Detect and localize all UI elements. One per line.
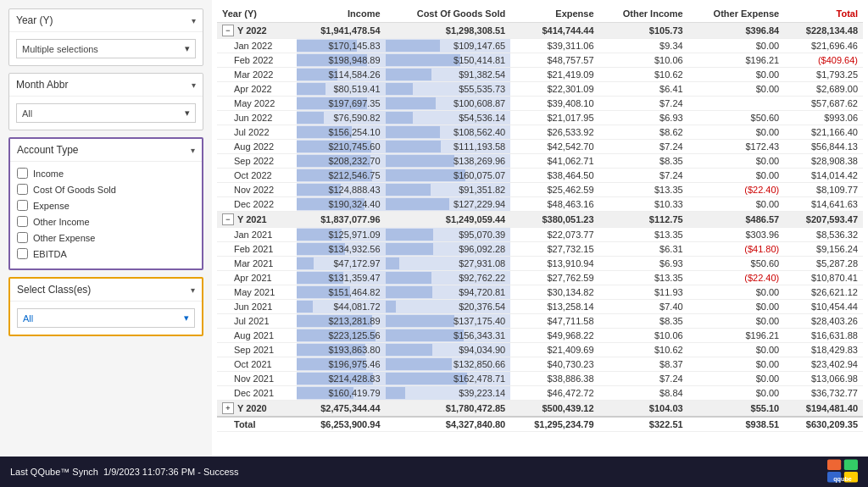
account-type-filter-box: Account Type ▾ Income Cost Of Goods Sold… <box>8 137 203 270</box>
month-filter-header[interactable]: Month Abbr ▾ <box>9 74 203 96</box>
table-row: Dec 2022$190,324.40$127,229.94$48,463.16… <box>217 197 863 212</box>
month-filter-content: All ▾ <box>9 96 203 130</box>
table-row: Nov 2022$124,888.43$91,351.82$25,462.59$… <box>217 183 863 197</box>
table-row: Jun 2022$76,590.82$54,536.14$21,017.95$6… <box>217 111 863 125</box>
account-type-cogs-label: Cost Of Goods Sold <box>33 185 116 195</box>
account-type-other-income-label: Other Income <box>33 217 90 227</box>
col-other-income: Other Income <box>599 5 688 23</box>
account-type-income-item[interactable]: Income <box>17 165 195 181</box>
table-row: Aug 2022$210,745.60$111,193.58$42,542.70… <box>217 140 863 154</box>
table-row: Feb 2021$134,932.56$96,092.28$27,732.15$… <box>217 242 863 257</box>
year-filter-label: Year (Y) <box>16 14 53 26</box>
svg-text:qqube: qqube <box>833 475 852 483</box>
account-type-chevron-icon: ▾ <box>191 146 195 155</box>
table-area: Year (Y) Income Cost Of Goods Sold Expen… <box>212 0 868 457</box>
account-type-ebitda-label: EBITDA <box>33 249 67 259</box>
col-total: Total <box>784 5 863 23</box>
account-type-other-expense-checkbox[interactable] <box>17 232 28 243</box>
month-select-display[interactable]: All ▾ <box>16 103 196 123</box>
account-type-filter-header[interactable]: Account Type ▾ <box>10 139 202 161</box>
table-row: Oct 2021$196,975.46$132,850.66$40,730.23… <box>217 357 863 372</box>
account-type-expense-item[interactable]: Expense <box>17 197 195 213</box>
data-table: Year (Y) Income Cost Of Goods Sold Expen… <box>217 5 863 432</box>
account-type-other-income-checkbox[interactable] <box>17 216 28 227</box>
classes-value: All <box>23 313 33 324</box>
month-select-chevron-icon: ▾ <box>185 108 190 119</box>
year-select-value: Multiple selections <box>22 44 98 54</box>
table-row: Jul 2022$156,254.10$108,562.40$26,533.92… <box>217 125 863 140</box>
account-type-other-income-item[interactable]: Other Income <box>17 213 195 230</box>
table-row: Jan 2022$170,145.83$109,147.65$39,311.06… <box>217 39 863 53</box>
account-type-cogs-checkbox[interactable] <box>17 184 28 195</box>
year-select-display[interactable]: Multiple selections ▾ <box>16 39 196 58</box>
table-row[interactable]: +Y 2020$2,475,344.44$1,780,472.85$500,43… <box>217 401 863 418</box>
year-filter-content: Multiple selections ▾ <box>9 31 203 65</box>
table-row: Jan 2021$125,971.09$95,070.39$22,073.77$… <box>217 228 863 242</box>
account-type-filter-label: Account Type <box>17 144 79 156</box>
col-cogs: Cost Of Goods Sold <box>386 5 511 23</box>
table-header-row: Year (Y) Income Cost Of Goods Sold Expen… <box>217 5 863 23</box>
account-type-filter-content: Income Cost Of Goods Sold Expense Other … <box>10 161 202 268</box>
qqube-logo-icon: qqube <box>827 459 858 483</box>
month-filter-box: Month Abbr ▾ All ▾ <box>8 73 203 130</box>
select-classes-chevron-icon: ▾ <box>191 285 195 295</box>
table-row: Jun 2021$44,081.72$20,376.54$13,258.14$7… <box>217 300 863 314</box>
table-row[interactable]: −Y 2022$1,941,478.54$1,298,308.51$414,74… <box>217 23 863 39</box>
col-year: Year (Y) <box>217 5 297 23</box>
account-type-other-expense-label: Other Expense <box>33 233 95 243</box>
select-classes-filter-box: Select Class(es) ▾ All ▾ <box>8 277 203 336</box>
account-type-ebitda-item[interactable]: EBITDA <box>17 246 195 262</box>
classes-chevron-icon: ▾ <box>184 313 189 324</box>
account-type-expense-checkbox[interactable] <box>17 200 28 211</box>
col-other-expense: Other Expense <box>688 5 785 23</box>
table-row: Dec 2021$160,419.79$39,223.14$46,472.72$… <box>217 386 863 401</box>
month-filter-label: Month Abbr <box>16 79 68 91</box>
col-income: Income <box>297 5 385 23</box>
table-row: Sep 2022$208,232.70$138,269.96$41,062.71… <box>217 154 863 169</box>
svg-rect-1 <box>844 460 858 471</box>
sync-label: Last QQube™ Synch <box>10 467 98 477</box>
collapse-expand-btn[interactable]: + <box>222 402 234 414</box>
table-row: Mar 2021$47,172.97$27,931.08$13,910.94$6… <box>217 257 863 271</box>
account-type-income-checkbox[interactable] <box>17 168 28 179</box>
sidebar: Year (Y) ▾ Multiple selections ▾ Month A… <box>0 0 212 457</box>
account-type-cogs-item[interactable]: Cost Of Goods Sold <box>17 181 195 197</box>
account-type-other-expense-item[interactable]: Other Expense <box>17 230 195 246</box>
table-row: Oct 2022$212,546.75$160,075.07$38,464.50… <box>217 169 863 183</box>
footer-sync-info: Last QQube™ Synch 1/9/2023 11:07:36 PM -… <box>10 467 239 477</box>
classes-dropdown[interactable]: All ▾ <box>17 308 195 328</box>
table-row: Mar 2022$114,584.26$91,382.54$21,419.09$… <box>217 68 863 82</box>
select-classes-content: All ▾ <box>10 301 202 335</box>
footer: Last QQube™ Synch 1/9/2023 11:07:36 PM -… <box>0 457 868 487</box>
sync-date: 1/9/2023 11:07:36 PM - Success <box>103 467 239 477</box>
table-row: May 2022$197,697.35$100,608.87$39,408.10… <box>217 97 863 111</box>
collapse-expand-btn[interactable]: − <box>222 213 234 225</box>
collapse-expand-btn[interactable]: − <box>222 25 234 36</box>
month-chevron-icon: ▾ <box>192 80 196 90</box>
table-row: Nov 2021$214,428.83$162,478.71$38,886.38… <box>217 372 863 386</box>
table-row: Aug 2021$223,125.56$156,343.31$49,968.22… <box>217 329 863 343</box>
select-classes-filter-label: Select Class(es) <box>17 284 91 296</box>
year-select-chevron-icon: ▾ <box>185 43 190 54</box>
account-type-expense-label: Expense <box>33 201 70 211</box>
table-row: Apr 2022$80,519.41$55,535.73$22,301.09$6… <box>217 82 863 97</box>
account-type-income-label: Income <box>33 169 64 179</box>
table-row: Jul 2021$213,281.89$137,175.40$47,711.58… <box>217 314 863 329</box>
table-row: Apr 2021$131,359.47$92,762.22$27,762.59$… <box>217 271 863 285</box>
col-expense: Expense <box>510 5 598 23</box>
year-chevron-icon: ▾ <box>192 16 196 25</box>
qqube-logo-area: qqube <box>827 459 858 484</box>
table-body: −Y 2022$1,941,478.54$1,298,308.51$414,74… <box>217 23 863 432</box>
svg-rect-0 <box>827 460 841 471</box>
table-total-row: Total$6,253,900.94$4,327,840.80$1,295,23… <box>217 417 863 432</box>
month-select-value: All <box>22 108 32 119</box>
table-row: Sep 2021$193,863.80$94,034.90$21,409.69$… <box>217 343 863 357</box>
account-type-ebitda-checkbox[interactable] <box>17 248 28 259</box>
year-filter-box: Year (Y) ▾ Multiple selections ▾ <box>8 8 203 66</box>
select-classes-filter-header[interactable]: Select Class(es) ▾ <box>10 279 202 301</box>
table-row: May 2021$151,464.82$94,720.81$30,134.82$… <box>217 285 863 300</box>
table-row: Feb 2022$198,948.89$150,414.81$48,757.57… <box>217 53 863 68</box>
table-row[interactable]: −Y 2021$1,837,077.96$1,249,059.44$380,05… <box>217 212 863 228</box>
year-filter-header[interactable]: Year (Y) ▾ <box>9 9 203 31</box>
